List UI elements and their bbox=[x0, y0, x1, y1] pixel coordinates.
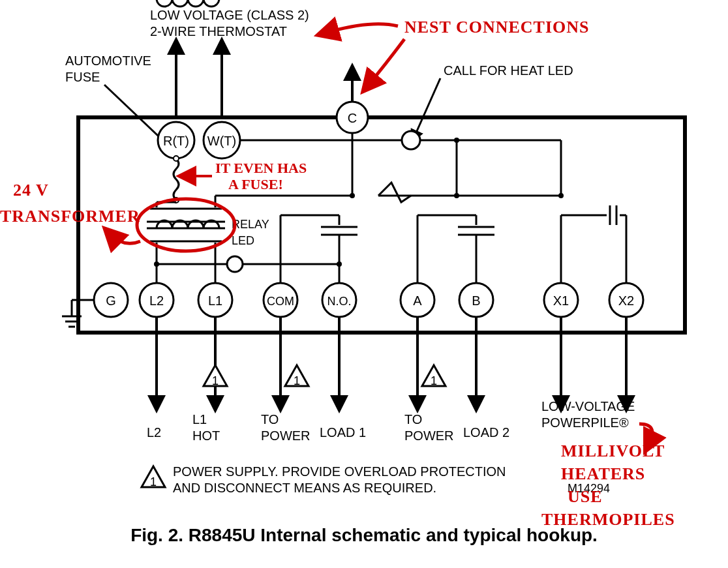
annotation-xfmr-circle bbox=[137, 199, 235, 251]
schematic-diagram: LOW VOLTAGE (CLASS 2) 2-WIRE THERMOSTAT … bbox=[0, 0, 728, 568]
annotation-mv-4: THERMOPILES bbox=[541, 510, 675, 529]
lvpp-label-1: LOW-VOLTAGE bbox=[541, 399, 635, 413]
svg-text:C: C bbox=[348, 111, 357, 125]
footnote-text-2: AND DISCONNECT MEANS AS REQUIRED. bbox=[173, 481, 436, 495]
note-triangle-2: 1 bbox=[285, 365, 309, 387]
load1-label: LOAD 1 bbox=[320, 425, 366, 440]
annotation-fuse-2: A FUSE! bbox=[228, 176, 283, 192]
annotation-mv-3: USE bbox=[568, 487, 603, 506]
terminal-x2: X2 bbox=[609, 283, 643, 317]
terminal-g: G bbox=[94, 283, 128, 317]
annotation-xfmr-1: 24 V bbox=[13, 181, 49, 200]
terminal-x1: X1 bbox=[544, 283, 578, 317]
note-triangle-1: 1 bbox=[204, 365, 227, 387]
led-label: LED bbox=[232, 234, 254, 247]
svg-text:L2: L2 bbox=[149, 293, 164, 308]
note-triangle-3: 1 bbox=[422, 365, 446, 387]
terminal-l1: L1 bbox=[198, 283, 232, 317]
topower-label-2: POWER bbox=[261, 428, 311, 443]
l1-label-2: HOT bbox=[192, 428, 220, 443]
terminal-com: COM bbox=[264, 283, 297, 317]
svg-point-11 bbox=[174, 156, 179, 161]
annotation-fuse-1: IT EVEN HAS bbox=[215, 160, 307, 176]
autofuse-label-1: AUTOMOTIVE bbox=[65, 53, 151, 68]
call-heat-label: CALL FOR HEAT LED bbox=[444, 63, 573, 78]
svg-point-35 bbox=[154, 262, 159, 267]
heat-led-icon bbox=[402, 131, 420, 149]
svg-text:X2: X2 bbox=[618, 293, 634, 308]
svg-line-4 bbox=[414, 78, 440, 137]
l1-label-1: L1 bbox=[192, 412, 207, 426]
terminal-l2: L2 bbox=[140, 283, 174, 317]
svg-text:W(T): W(T) bbox=[207, 134, 236, 148]
thermostat-label-2: 2-WIRE THERMOSTAT bbox=[150, 24, 287, 38]
relay-label: RELAY bbox=[232, 218, 269, 231]
autofuse-label-2: FUSE bbox=[65, 70, 100, 84]
svg-point-26 bbox=[558, 193, 564, 198]
svg-point-29 bbox=[454, 138, 459, 143]
terminal-b: B bbox=[459, 283, 493, 317]
svg-text:1: 1 bbox=[150, 475, 157, 488]
terminal-a: A bbox=[401, 283, 434, 317]
topower2-label-1: TO bbox=[404, 412, 422, 426]
topower2-label-2: POWER bbox=[404, 428, 454, 443]
svg-text:A: A bbox=[413, 293, 422, 308]
terminal-wt: W(T) bbox=[204, 122, 240, 158]
terminal-rt: R(T) bbox=[158, 122, 194, 158]
svg-text:G: G bbox=[106, 293, 116, 308]
l2-label: L2 bbox=[147, 425, 161, 440]
svg-text:X1: X1 bbox=[553, 293, 569, 308]
svg-text:B: B bbox=[472, 293, 480, 308]
svg-text:1: 1 bbox=[431, 374, 437, 387]
footnote-triangle: 1 bbox=[142, 466, 165, 488]
topower-label-1: TO bbox=[261, 412, 279, 426]
svg-point-22 bbox=[350, 193, 355, 198]
svg-text:N.O.: N.O. bbox=[327, 295, 351, 308]
terminal-no: N.O. bbox=[322, 283, 356, 317]
svg-text:COM: COM bbox=[267, 295, 294, 308]
annotation-mv-2: HEATERS bbox=[561, 464, 645, 483]
thermostat-label-1: LOW VOLTAGE (CLASS 2) bbox=[150, 8, 309, 22]
relay-led-icon bbox=[227, 256, 243, 272]
annotation-nest: NEST CONNECTIONS bbox=[404, 18, 590, 37]
annotation-xfmr-2: TRANSFORMER bbox=[0, 207, 140, 226]
lvpp-label-2: POWERPILE® bbox=[541, 415, 629, 430]
annotation-mv-1: MILLIVOLT bbox=[561, 441, 665, 460]
svg-text:1: 1 bbox=[212, 374, 219, 387]
terminal-c: C bbox=[337, 102, 368, 133]
load2-label: LOAD 2 bbox=[463, 425, 509, 440]
svg-text:1: 1 bbox=[294, 374, 300, 387]
figure-caption: Fig. 2. R8845U Internal schematic and ty… bbox=[130, 525, 598, 545]
footnote-text-1: POWER SUPPLY. PROVIDE OVERLOAD PROTECTIO… bbox=[173, 464, 506, 479]
svg-text:R(T): R(T) bbox=[163, 134, 189, 148]
svg-text:L1: L1 bbox=[208, 293, 222, 308]
